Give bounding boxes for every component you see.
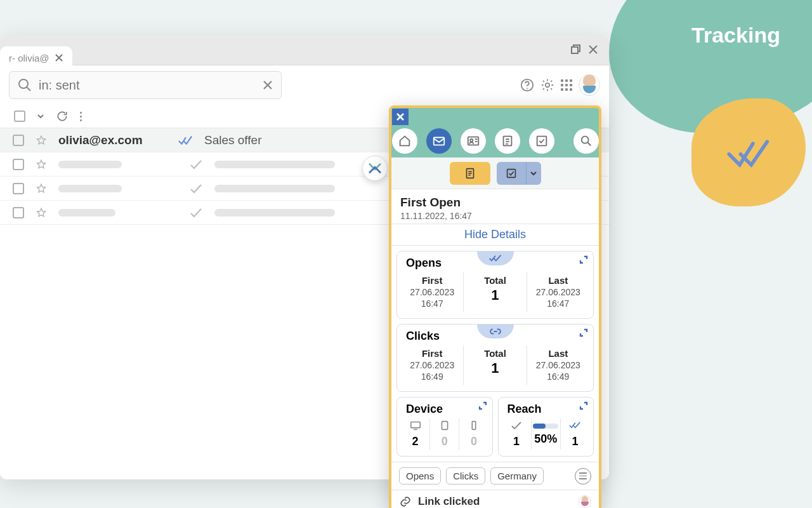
expand-button[interactable] <box>579 255 588 267</box>
window-controls <box>570 44 599 55</box>
placeholder <box>58 161 122 168</box>
hide-details-button[interactable]: Hide Details <box>391 224 599 246</box>
nav-tasks[interactable] <box>529 128 554 154</box>
tablet-icon <box>438 420 451 431</box>
subtab-task-dropdown[interactable] <box>497 162 541 185</box>
home-icon <box>398 134 412 148</box>
opens-first-label: First <box>402 275 462 286</box>
double-check-icon <box>726 136 771 169</box>
nav-search[interactable] <box>573 128 599 154</box>
expand-button[interactable] <box>579 328 588 340</box>
placeholder <box>58 185 122 192</box>
logo-icon <box>368 161 382 175</box>
link-icon <box>399 495 412 508</box>
link-icon <box>488 327 502 336</box>
task-icon <box>504 166 518 180</box>
panel-close-button[interactable] <box>392 109 409 125</box>
expand-icon <box>579 255 588 264</box>
mini-avatar <box>579 495 591 508</box>
opens-last-label: Last <box>528 275 588 286</box>
link-clicked-row[interactable]: Link clicked <box>391 490 599 508</box>
single-check-icon <box>189 159 203 170</box>
refresh-icon[interactable] <box>56 110 69 123</box>
window-restore-icon[interactable] <box>570 44 581 55</box>
select-dropdown-icon[interactable] <box>37 112 44 120</box>
search-icon <box>17 77 32 93</box>
contact-icon <box>466 134 480 148</box>
expand-button[interactable] <box>478 401 487 413</box>
document-icon <box>463 166 477 180</box>
placeholder <box>214 209 335 217</box>
task-icon <box>535 134 549 148</box>
star-icon[interactable] <box>36 183 47 194</box>
tag-clicks[interactable]: Clicks <box>446 467 485 485</box>
tracking-heading: Tracking <box>691 23 780 48</box>
row-checkbox[interactable] <box>13 207 24 218</box>
clear-search-icon[interactable] <box>262 79 273 91</box>
star-icon[interactable] <box>36 207 47 218</box>
nav-contacts[interactable] <box>461 128 486 154</box>
tag-geo[interactable]: Germany <box>490 467 544 485</box>
svg-point-4 <box>546 83 549 87</box>
nav-home[interactable] <box>392 128 417 154</box>
browser-window: r- olivia@ 1-50 of 1500 <box>0 35 609 479</box>
expand-icon <box>478 401 487 410</box>
star-icon[interactable] <box>36 159 47 170</box>
close-icon[interactable] <box>55 53 63 62</box>
filter-menu-icon[interactable] <box>575 468 591 485</box>
window-close-icon[interactable] <box>587 44 599 55</box>
svg-rect-15 <box>472 422 475 430</box>
extension-badge[interactable] <box>362 156 388 181</box>
svg-point-7 <box>470 138 473 141</box>
nav-mail[interactable] <box>426 128 452 154</box>
search-icon <box>579 134 593 148</box>
double-check-icon <box>178 135 193 146</box>
browser-tab[interactable]: r- olivia@ <box>0 46 72 69</box>
avatar[interactable] <box>579 74 600 96</box>
tag-opens[interactable]: Opens <box>399 467 441 485</box>
mobile-icon <box>468 420 480 431</box>
device-card: Device 2 0 0 <box>396 397 493 457</box>
gear-icon[interactable] <box>540 78 554 92</box>
help-icon[interactable] <box>520 78 534 92</box>
more-icon[interactable] <box>80 112 82 121</box>
tracking-panel: First Open 11.11.2022, 16:47 Hide Detail… <box>389 105 601 508</box>
search-toolbar <box>0 65 609 105</box>
row-checkbox[interactable] <box>13 135 24 146</box>
first-open-title: First Open <box>400 196 590 210</box>
opens-card: Opens First 27.06.202316:47 Total 1 Last… <box>396 251 594 319</box>
single-check-icon <box>189 207 203 218</box>
svg-point-1 <box>19 79 28 88</box>
first-open-time: 11.11.2022, 16:47 <box>400 211 590 221</box>
link-clicked-label: Link clicked <box>418 495 480 508</box>
row-checkbox[interactable] <box>13 159 24 170</box>
svg-point-10 <box>581 136 588 143</box>
expand-icon <box>579 401 588 410</box>
row-checkbox[interactable] <box>13 183 24 194</box>
search-box[interactable] <box>9 71 282 99</box>
nav-notes[interactable] <box>495 128 520 154</box>
star-icon[interactable] <box>36 135 47 146</box>
double-check-icon <box>488 254 502 263</box>
expand-button[interactable] <box>579 401 588 413</box>
subtab-document[interactable] <box>450 162 490 185</box>
clicks-card: Clicks First 27.06.202316:49 Total 1 Las… <box>396 324 594 392</box>
search-input[interactable] <box>39 78 256 93</box>
apps-icon[interactable] <box>561 79 572 91</box>
panel-subtabs <box>391 157 599 189</box>
tab-title: r- olivia@ <box>9 53 49 64</box>
reach-bar <box>533 424 558 429</box>
svg-rect-5 <box>433 137 444 145</box>
svg-rect-0 <box>572 47 578 53</box>
select-all-checkbox[interactable] <box>14 110 25 122</box>
placeholder <box>214 161 335 168</box>
opens-total-label: Total <box>465 275 525 286</box>
panel-nav <box>391 108 599 157</box>
window-titlebar: r- olivia@ <box>0 35 609 65</box>
email-sender: olivia@ex.com <box>58 133 166 147</box>
mail-icon <box>432 134 446 148</box>
close-icon <box>395 112 405 122</box>
svg-point-3 <box>527 88 528 89</box>
svg-rect-12 <box>507 169 515 177</box>
svg-rect-13 <box>410 422 420 428</box>
